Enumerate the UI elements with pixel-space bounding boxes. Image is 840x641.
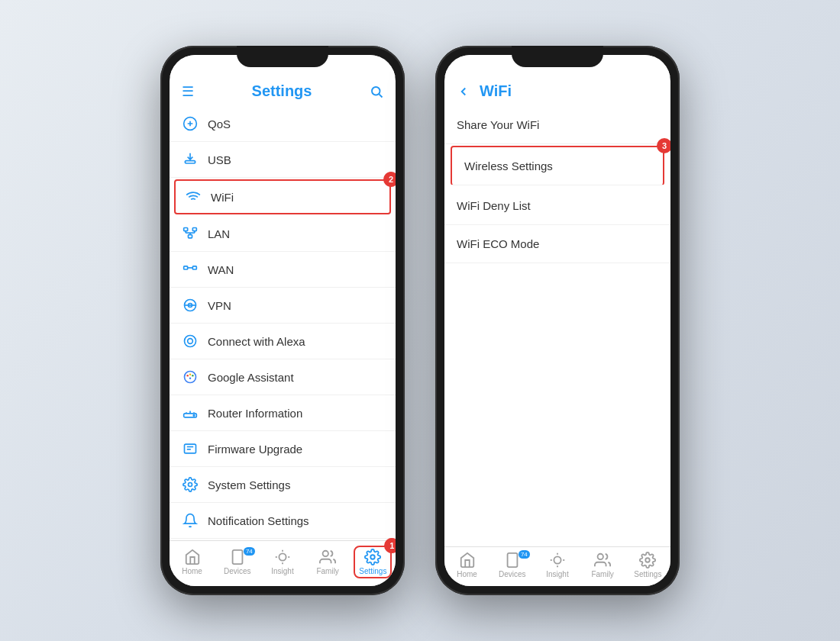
wifi-item-denylist[interactable]: WiFi Deny List: [444, 187, 670, 225]
wifi-spacer: [444, 263, 670, 546]
phone-left-screen: ☰ Settings QoS: [170, 55, 396, 586]
nav-devices-left[interactable]: 74 Devices: [218, 549, 257, 575]
step-3-badge: 3: [657, 138, 670, 153]
svg-point-17: [185, 372, 196, 383]
back-icon[interactable]: [457, 85, 470, 98]
nav-home-left[interactable]: Home: [173, 549, 212, 575]
router-icon: [182, 404, 199, 421]
nav-home-right[interactable]: Home: [448, 552, 486, 578]
bottom-nav-right: Home 74 Devices Insight: [444, 546, 670, 586]
nav-insight-right-label: Insight: [546, 570, 568, 578]
qos-label: QoS: [208, 118, 231, 130]
svg-point-20: [192, 375, 194, 377]
menu-item-firmware[interactable]: Firmware Upgrade: [170, 431, 396, 467]
devices-badge-right: 74: [519, 550, 530, 559]
nav-family-left-label: Family: [316, 567, 338, 575]
nav-home-left-label: Home: [182, 567, 202, 575]
wifi-item-wireless-wrapper: Wireless Settings 3: [451, 146, 664, 185]
nav-home-right-label: Home: [457, 570, 477, 578]
step-1-badge: 1: [384, 538, 396, 553]
vpn-label: VPN: [208, 299, 231, 312]
svg-rect-2: [184, 228, 188, 231]
svg-rect-4: [189, 235, 192, 238]
wireless-settings-label: Wireless Settings: [464, 159, 553, 172]
nav-devices-right[interactable]: 74 Devices: [493, 552, 531, 578]
firmware-label: Firmware Upgrade: [208, 443, 302, 456]
settings-title: Settings: [252, 82, 312, 100]
router-label: Router Information: [208, 407, 302, 420]
deny-list-label: WiFi Deny List: [457, 199, 531, 212]
svg-point-0: [372, 87, 380, 95]
wifi-header: WiFi: [444, 76, 670, 106]
menu-item-google[interactable]: Google Assistant: [170, 359, 396, 395]
phone-left: ☰ Settings QoS: [160, 46, 405, 595]
hamburger-icon[interactable]: ☰: [182, 83, 194, 100]
menu-item-alexa[interactable]: Connect with Alexa: [170, 324, 396, 359]
wifi-menu-list: Share Your WiFi Wireless Settings 3 WiFi…: [444, 106, 670, 263]
nav-family-right[interactable]: Family: [583, 552, 622, 578]
vpn-icon: [182, 297, 199, 314]
nav-family-right-label: Family: [591, 570, 613, 578]
menu-item-lan[interactable]: LAN: [170, 216, 396, 252]
settings-header: ☰ Settings: [170, 76, 396, 106]
menu-item-qos[interactable]: QoS: [170, 106, 396, 142]
nav-insight-right[interactable]: Insight: [538, 552, 577, 578]
svg-point-47: [598, 554, 603, 559]
svg-point-30: [189, 483, 192, 487]
menu-item-notification[interactable]: Notification Settings: [170, 503, 396, 539]
wan-label: WAN: [208, 263, 234, 276]
google-label: Google Assistant: [208, 371, 294, 384]
menu-item-wifi[interactable]: WiFi: [174, 179, 391, 214]
nav-settings-left-label: Settings: [359, 567, 386, 575]
nav-settings-wrapper-left: Settings 1: [354, 546, 392, 578]
menu-item-system[interactable]: System Settings: [170, 467, 396, 503]
menu-item-wan[interactable]: WAN: [170, 252, 396, 288]
notification-label: Notification Settings: [208, 514, 309, 527]
menu-item-vpn[interactable]: VPN: [170, 288, 396, 324]
svg-point-48: [646, 558, 651, 562]
svg-point-19: [189, 373, 192, 375]
svg-point-38: [323, 551, 328, 556]
wan-icon: [182, 261, 199, 278]
devices-badge-left: 74: [244, 547, 255, 556]
nav-devices-left-label: Devices: [224, 567, 251, 575]
search-icon[interactable]: [370, 85, 383, 98]
bottom-nav-left: Home 74 Devices Insight: [170, 540, 396, 586]
svg-rect-9: [184, 266, 188, 269]
nav-insight-left[interactable]: Insight: [263, 549, 302, 575]
settings-menu-list: QoS USB WiFi: [170, 106, 396, 540]
svg-point-33: [279, 553, 286, 560]
svg-point-18: [186, 375, 189, 377]
step-2-badge: 2: [383, 172, 396, 187]
svg-line-1: [379, 94, 382, 97]
menu-item-wifi-wrapper: WiFi 2: [174, 179, 391, 214]
system-label: System Settings: [208, 478, 290, 491]
wifi-label: WiFi: [211, 191, 234, 204]
svg-point-26: [193, 415, 195, 417]
nav-insight-left-label: Insight: [271, 567, 293, 575]
menu-item-usb[interactable]: USB: [170, 142, 396, 178]
alexa-icon: [182, 333, 199, 349]
wifi-icon: [185, 188, 202, 205]
wifi-item-ecomode[interactable]: WiFi ECO Mode: [444, 225, 670, 263]
wifi-item-wireless[interactable]: Wireless Settings: [451, 146, 664, 185]
usb-icon: [182, 151, 199, 168]
wifi-item-share[interactable]: Share Your WiFi: [444, 106, 670, 144]
phone-right: WiFi Share Your WiFi Wireless Settings 3…: [435, 46, 680, 595]
svg-rect-40: [507, 553, 517, 567]
lan-icon: [182, 225, 199, 242]
system-icon: [182, 476, 199, 493]
share-wifi-label: Share Your WiFi: [457, 118, 539, 131]
phone-right-screen: WiFi Share Your WiFi Wireless Settings 3…: [444, 55, 670, 586]
menu-item-router[interactable]: Router Information: [170, 395, 396, 431]
notch-left: [237, 46, 328, 67]
eco-mode-label: WiFi ECO Mode: [457, 237, 539, 250]
notch-right: [512, 46, 603, 67]
svg-point-39: [371, 555, 376, 559]
alexa-label: Connect with Alexa: [208, 335, 305, 348]
nav-settings-right[interactable]: Settings: [628, 552, 667, 578]
svg-point-15: [185, 336, 196, 347]
nav-family-left[interactable]: Family: [309, 549, 347, 575]
svg-rect-3: [192, 228, 196, 231]
google-icon: [182, 369, 199, 385]
